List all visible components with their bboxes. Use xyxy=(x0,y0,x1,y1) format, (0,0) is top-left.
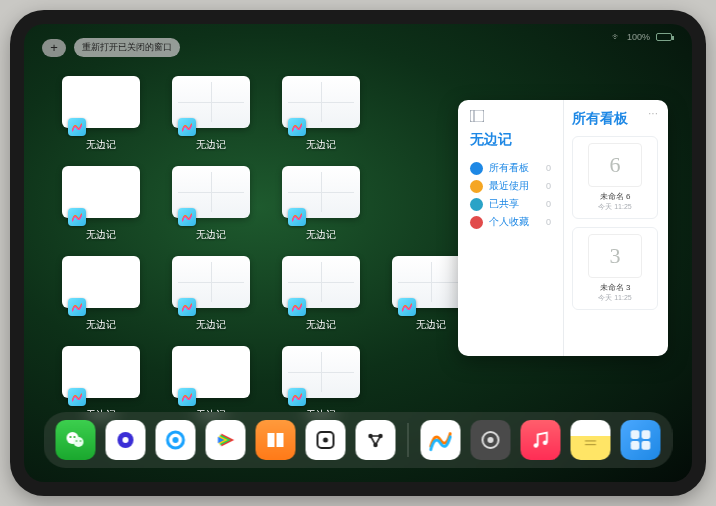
dock-app-video[interactable] xyxy=(206,420,246,460)
sidebar-item-label: 所有看板 xyxy=(489,161,529,175)
board-timestamp: 今天 11:25 xyxy=(598,293,631,303)
dock-app-settings[interactable] xyxy=(471,420,511,460)
window-tile-label: 无边记 xyxy=(86,228,116,242)
board-caption: 未命名 6 xyxy=(600,191,631,202)
board-card[interactable]: 6未命名 6今天 11:25 xyxy=(572,136,658,219)
dock-app-music[interactable] xyxy=(521,420,561,460)
window-thumbnail xyxy=(62,346,140,398)
window-thumbnail xyxy=(172,346,250,398)
svg-rect-0 xyxy=(470,110,484,122)
svg-point-23 xyxy=(534,443,539,448)
sidebar-item[interactable]: 最近使用0 xyxy=(470,177,555,195)
sidebar-item[interactable]: 所有看板0 xyxy=(470,159,555,177)
window-tile[interactable]: 无边记 xyxy=(170,346,252,422)
freeform-app-icon xyxy=(288,118,306,136)
freeform-window[interactable]: ··· 无边记 所有看板0最近使用0已共享0个人收藏0 所有看板 6未命名 6今… xyxy=(458,100,668,356)
window-thumbnail xyxy=(282,256,360,308)
wifi-icon: ᯤ xyxy=(612,32,621,42)
board-thumbnail: 6 xyxy=(588,143,642,187)
sidebar-item-count: 0 xyxy=(546,217,551,227)
window-thumbnail xyxy=(62,166,140,218)
dock-app-dot[interactable] xyxy=(306,420,346,460)
window-tile[interactable]: 无边记 xyxy=(60,76,142,152)
dock-app-books[interactable] xyxy=(256,420,296,460)
dock-app-quark2[interactable] xyxy=(156,420,196,460)
freeform-app-icon xyxy=(178,388,196,406)
svg-point-9 xyxy=(123,437,129,443)
sidebar-item-icon xyxy=(470,162,483,175)
window-tile-label: 无边记 xyxy=(416,318,446,332)
window-tile-label: 无边记 xyxy=(196,228,226,242)
window-thumbnail xyxy=(62,76,140,128)
board-thumbnail: 3 xyxy=(588,234,642,278)
window-menu-button[interactable]: ··· xyxy=(648,106,658,120)
window-thumbnail xyxy=(282,166,360,218)
status-bar: ᯤ 100% xyxy=(612,32,672,42)
sidebar-item-label: 已共享 xyxy=(489,197,519,211)
freeform-app-icon xyxy=(288,388,306,406)
freeform-app-icon xyxy=(68,208,86,226)
window-tile-label: 无边记 xyxy=(306,138,336,152)
sidebar-title: 无边记 xyxy=(470,131,555,149)
sidebar-item-icon xyxy=(470,198,483,211)
dock-app-quark[interactable] xyxy=(106,420,146,460)
dock xyxy=(44,412,673,468)
window-thumbnail xyxy=(282,346,360,398)
window-tile[interactable]: 无边记 xyxy=(60,256,142,332)
svg-point-5 xyxy=(74,436,76,438)
window-tile[interactable]: 无边记 xyxy=(280,256,362,332)
sidebar-item-count: 0 xyxy=(546,163,551,173)
svg-point-6 xyxy=(76,440,78,442)
window-grid: 无边记无边记无边记无边记无边记无边记无边记无边记无边记无边记无边记无边记无边记 xyxy=(60,76,472,422)
freeform-app-icon xyxy=(178,298,196,316)
main-title: 所有看板 xyxy=(572,110,658,128)
dock-app-sci[interactable] xyxy=(356,420,396,460)
sidebar: 无边记 所有看板0最近使用0已共享0个人收藏0 xyxy=(458,100,563,356)
sidebar-icon xyxy=(470,110,555,125)
main-pane: 所有看板 6未命名 6今天 11:253未命名 3今天 11:25 xyxy=(563,100,668,356)
ipad-frame: + 重新打开已关闭的窗口 ᯤ 100% 无边记无边记无边记无边记无边记无边记无边… xyxy=(10,10,706,496)
board-timestamp: 今天 11:25 xyxy=(598,202,631,212)
window-thumbnail xyxy=(282,76,360,128)
dock-app-wechat[interactable] xyxy=(56,420,96,460)
reopen-closed-window-button[interactable]: 重新打开已关闭的窗口 xyxy=(74,38,180,57)
sidebar-item-count: 0 xyxy=(546,181,551,191)
battery-icon xyxy=(656,33,672,41)
window-tile[interactable]: 无边记 xyxy=(170,76,252,152)
window-tile[interactable]: 无边记 xyxy=(170,166,252,242)
window-tile-label: 无边记 xyxy=(306,228,336,242)
add-window-button[interactable]: + xyxy=(42,39,66,57)
window-tile[interactable]: 无边记 xyxy=(280,76,362,152)
window-tile-label: 无边记 xyxy=(196,138,226,152)
sidebar-item-label: 最近使用 xyxy=(489,179,529,193)
dock-app-freeform[interactable] xyxy=(421,420,461,460)
screen: + 重新打开已关闭的窗口 ᯤ 100% 无边记无边记无边记无边记无边记无边记无边… xyxy=(24,24,692,482)
svg-point-24 xyxy=(543,440,548,445)
sidebar-item-icon xyxy=(470,180,483,193)
dock-app-notes[interactable] xyxy=(571,420,611,460)
freeform-app-icon xyxy=(68,388,86,406)
sidebar-item[interactable]: 个人收藏0 xyxy=(470,213,555,231)
board-card[interactable]: 3未命名 3今天 11:25 xyxy=(572,227,658,310)
svg-rect-28 xyxy=(642,430,651,439)
window-thumbnail xyxy=(172,256,250,308)
window-tile[interactable]: 无边记 xyxy=(170,256,252,332)
dock-separator xyxy=(408,423,409,457)
window-tile[interactable]: 无边记 xyxy=(60,346,142,422)
window-thumbnail xyxy=(62,256,140,308)
freeform-app-icon xyxy=(178,208,196,226)
window-thumbnail xyxy=(172,166,250,218)
window-tile[interactable]: 无边记 xyxy=(280,346,362,422)
window-tile-label: 无边记 xyxy=(196,318,226,332)
svg-point-17 xyxy=(323,438,328,443)
freeform-app-icon xyxy=(178,118,196,136)
svg-point-7 xyxy=(80,440,82,442)
svg-point-22 xyxy=(488,437,494,443)
window-tile[interactable]: 无边记 xyxy=(280,166,362,242)
sidebar-item[interactable]: 已共享0 xyxy=(470,195,555,213)
dock-app-library[interactable] xyxy=(621,420,661,460)
sidebar-item-icon xyxy=(470,216,483,229)
sidebar-item-label: 个人收藏 xyxy=(489,215,529,229)
window-tile[interactable]: 无边记 xyxy=(60,166,142,242)
svg-rect-27 xyxy=(631,430,640,439)
